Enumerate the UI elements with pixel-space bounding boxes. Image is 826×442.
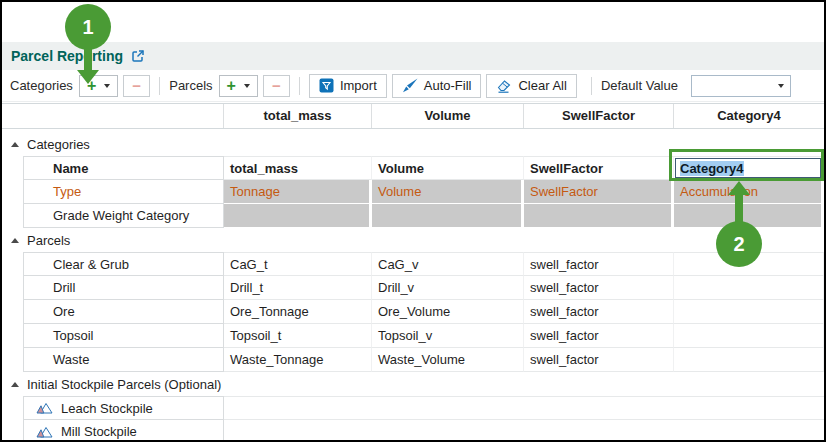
stockpile-icon bbox=[36, 402, 53, 414]
row-indent bbox=[2, 300, 23, 324]
grid-cell-waste-volume[interactable]: Waste_Volume bbox=[372, 348, 524, 372]
categories-toolbar-label: Categories bbox=[10, 78, 73, 93]
grid-cell-waste-swellfactor[interactable]: swell_factor bbox=[524, 348, 674, 372]
row-label-name[interactable]: Name bbox=[23, 156, 224, 180]
grid-cell-waste-category4[interactable] bbox=[674, 348, 824, 372]
minus-icon: − bbox=[272, 80, 281, 92]
table-row-leach-stockpile: Leach Stockpile bbox=[2, 396, 824, 420]
grid-cell-type-total-mass[interactable]: Tonnage bbox=[224, 180, 372, 204]
grid-cell-grade-weight-category-volume[interactable] bbox=[372, 204, 524, 228]
grid-cell-ore-total-mass[interactable]: Ore_Tonnage bbox=[224, 300, 372, 324]
row-label-leach-stockpile[interactable]: Leach Stockpile bbox=[23, 396, 224, 420]
clear-all-button[interactable]: Clear All bbox=[486, 74, 576, 98]
section-header-initial-stockpile-parcels-optional[interactable]: Initial Stockpile Parcels (Optional) bbox=[2, 372, 824, 396]
row-indent bbox=[2, 396, 23, 420]
row-indent bbox=[2, 180, 23, 204]
eraser-icon bbox=[496, 79, 512, 93]
row-label-text: Mill Stockpile bbox=[61, 424, 137, 439]
grid-cell-grade-weight-category-swellfactor[interactable] bbox=[524, 204, 674, 228]
row-indent bbox=[2, 420, 23, 442]
section-initial-stockpile-parcels-optional: Initial Stockpile Parcels (Optional)Leac… bbox=[2, 372, 824, 442]
auto-fill-button[interactable]: Auto-Fill bbox=[392, 74, 482, 98]
grid-cell-topsoil-total-mass[interactable]: Topsoil_t bbox=[224, 324, 372, 348]
row-label-clear-grub[interactable]: Clear & Grub bbox=[23, 252, 224, 276]
grid-cell-name-volume[interactable]: Volume bbox=[372, 156, 524, 180]
row-label-grade-weight-category[interactable]: Grade Weight Category bbox=[23, 204, 224, 228]
chevron-down-icon[interactable] bbox=[244, 84, 250, 88]
row-indent bbox=[2, 348, 23, 372]
grid-cell-ore-swellfactor[interactable]: swell_factor bbox=[524, 300, 674, 324]
grid-cell-name-category4[interactable]: Category4 bbox=[674, 156, 824, 180]
column-header-row: total_massVolumeSwellFactorCategory4 bbox=[2, 103, 824, 129]
grid-cell-empty[interactable] bbox=[224, 396, 824, 420]
grid-cell-type-swellfactor[interactable]: SwellFactor bbox=[524, 180, 674, 204]
table-row-clear-grub: Clear & GrubCaG_tCaG_vswell_factor bbox=[2, 252, 824, 276]
remove-category-button[interactable]: − bbox=[123, 75, 150, 97]
grid-cell-drill-volume[interactable]: Drill_v bbox=[372, 276, 524, 300]
default-value-dropdown[interactable] bbox=[691, 75, 791, 97]
grid-cell-drill-total-mass[interactable]: Drill_t bbox=[224, 276, 372, 300]
row-label-ore[interactable]: Ore bbox=[23, 300, 224, 324]
column-header-swellfactor[interactable]: SwellFactor bbox=[524, 104, 674, 128]
section-header-categories[interactable]: Categories bbox=[2, 132, 824, 156]
callout-1-arrow-stem bbox=[84, 46, 92, 72]
grid-cell-topsoil-category4[interactable] bbox=[674, 324, 824, 348]
row-label-waste[interactable]: Waste bbox=[23, 348, 224, 372]
grid-cell-topsoil-volume[interactable]: Topsoil_v bbox=[372, 324, 524, 348]
import-button[interactable]: Import bbox=[309, 74, 387, 98]
collapse-triangle-icon[interactable] bbox=[11, 238, 19, 243]
table-row-grade-weight-category: Grade Weight Category bbox=[2, 204, 824, 228]
toolbar: Categories + − Parcels + − Import bbox=[2, 70, 824, 102]
grid-cell-drill-swellfactor[interactable]: swell_factor bbox=[524, 276, 674, 300]
grid-cell-topsoil-swellfactor[interactable]: swell_factor bbox=[524, 324, 674, 348]
section-header-parcels[interactable]: Parcels bbox=[2, 228, 824, 252]
table-row-topsoil: TopsoilTopsoil_tTopsoil_vswell_factor bbox=[2, 324, 824, 348]
column-header-total-mass[interactable]: total_mass bbox=[224, 104, 372, 128]
row-indent bbox=[2, 156, 23, 180]
add-parcel-button[interactable]: + bbox=[219, 75, 258, 97]
window-header: Parcel Reporting bbox=[2, 42, 824, 70]
grid-cell-name-total-mass[interactable]: total_mass bbox=[224, 156, 372, 180]
row-label-type[interactable]: Type bbox=[23, 180, 224, 204]
row-label-topsoil[interactable]: Topsoil bbox=[23, 324, 224, 348]
grid-cell-clear-grub-swellfactor[interactable]: swell_factor bbox=[524, 252, 674, 276]
collapse-triangle-icon[interactable] bbox=[11, 142, 19, 147]
chevron-down-icon[interactable] bbox=[104, 84, 110, 88]
column-header-category4[interactable]: Category4 bbox=[674, 104, 824, 128]
grid-cell-name-swellfactor[interactable]: SwellFactor bbox=[524, 156, 674, 180]
grid-cell-empty[interactable] bbox=[224, 420, 824, 442]
grid-cell-drill-category4[interactable] bbox=[674, 276, 824, 300]
remove-parcel-button[interactable]: − bbox=[263, 75, 290, 97]
grid-cell-clear-grub-volume[interactable]: CaG_v bbox=[372, 252, 524, 276]
cell-edit-input[interactable]: Category4 bbox=[675, 158, 821, 178]
grid-cell-grade-weight-category-total-mass[interactable] bbox=[224, 204, 372, 228]
grid-cell-type-volume[interactable]: Volume bbox=[372, 180, 524, 204]
column-header-volume[interactable]: Volume bbox=[372, 104, 524, 128]
callout-2-arrow-stem bbox=[735, 194, 743, 224]
column-header-rowlabels[interactable] bbox=[2, 104, 224, 128]
callout-step-2: 2 bbox=[716, 221, 762, 267]
section-title: Parcels bbox=[27, 233, 70, 248]
row-indent bbox=[2, 204, 23, 228]
chevron-down-icon bbox=[778, 84, 784, 88]
open-in-new-window-icon[interactable] bbox=[131, 49, 145, 63]
grid-cell-clear-grub-total-mass[interactable]: CaG_t bbox=[224, 252, 372, 276]
callout-step-2-number: 2 bbox=[733, 233, 744, 256]
import-button-label: Import bbox=[340, 78, 377, 93]
stockpile-icon bbox=[36, 426, 53, 438]
plus-icon: + bbox=[227, 79, 236, 93]
row-label-text: Leach Stockpile bbox=[61, 401, 153, 416]
callout-1-arrow-down-icon bbox=[77, 70, 99, 84]
table-body: CategoriesNametotal_massVolumeSwellFacto… bbox=[2, 132, 824, 442]
grid-cell-ore-category4[interactable] bbox=[674, 300, 824, 324]
page-title: Parcel Reporting bbox=[11, 48, 123, 64]
grid-cell-waste-total-mass[interactable]: Waste_Tonnage bbox=[224, 348, 372, 372]
minus-icon: − bbox=[132, 80, 141, 92]
collapse-triangle-icon[interactable] bbox=[11, 382, 19, 387]
row-label-mill-stockpile[interactable]: Mill Stockpile bbox=[23, 420, 224, 442]
grid-cell-ore-volume[interactable]: Ore_Volume bbox=[372, 300, 524, 324]
clear-all-button-label: Clear All bbox=[518, 78, 566, 93]
row-label-drill[interactable]: Drill bbox=[23, 276, 224, 300]
table-row-drill: DrillDrill_tDrill_vswell_factor bbox=[2, 276, 824, 300]
selected-text: Category4 bbox=[680, 161, 744, 176]
